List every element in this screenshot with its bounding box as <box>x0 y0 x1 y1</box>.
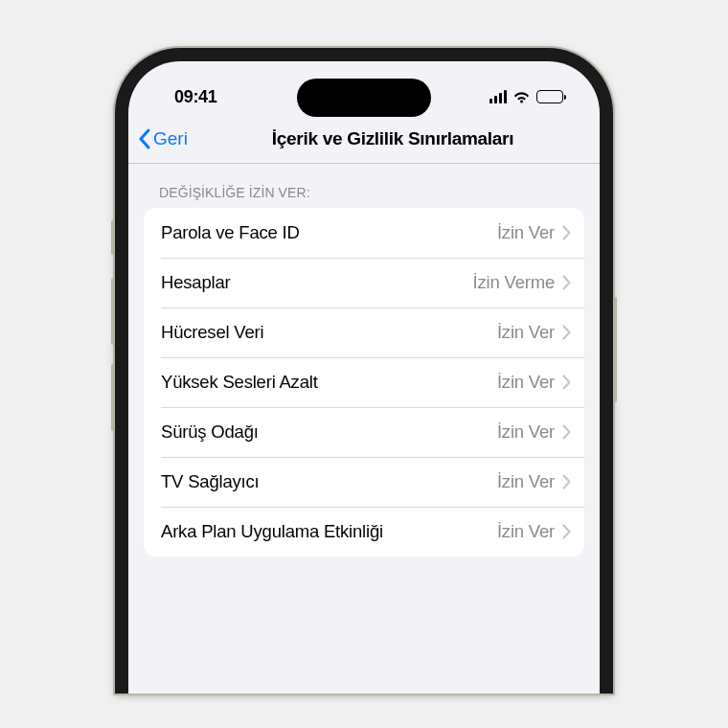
chevron-right-icon <box>562 474 571 489</box>
row-accounts[interactable]: Hesaplar İzin Verme <box>144 258 584 307</box>
volume-down-button <box>111 364 115 431</box>
chevron-right-icon <box>562 375 571 390</box>
row-tv-provider[interactable]: TV Sağlayıcı İzin Ver <box>144 457 584 507</box>
chevron-right-icon <box>562 325 571 340</box>
row-label: Sürüş Odağı <box>161 421 497 443</box>
row-driving-focus[interactable]: Sürüş Odağı İzin Ver <box>144 407 584 457</box>
chevron-right-icon <box>562 225 571 240</box>
row-background-app-activity[interactable]: Arka Plan Uygulama Etkinliği İzin Ver <box>144 507 584 557</box>
row-label: Parola ve Face ID <box>161 222 497 243</box>
row-value: İzin Ver <box>497 222 555 243</box>
back-label: Geri <box>153 128 188 149</box>
settings-list: Parola ve Face ID İzin Ver Hesaplar İzin… <box>144 208 584 557</box>
row-label: Yüksek Sesleri Azalt <box>161 372 497 393</box>
volume-up-button <box>111 278 115 345</box>
row-value: İzin Verme <box>473 272 555 293</box>
mute-switch <box>111 220 115 255</box>
back-button[interactable]: Geri <box>138 128 188 149</box>
navigation-bar: Geri İçerik ve Gizlilik Sınırlamaları <box>128 119 600 164</box>
row-label: Hücresel Veri <box>161 322 497 343</box>
chevron-right-icon <box>562 275 571 290</box>
row-value: İzin Ver <box>497 521 555 542</box>
row-label: Arka Plan Uygulama Etkinliği <box>161 521 497 542</box>
cellular-signal-icon <box>489 90 508 103</box>
chevron-right-icon <box>562 524 571 539</box>
wifi-icon <box>512 90 531 103</box>
power-button <box>613 297 617 402</box>
row-value: İzin Ver <box>497 421 555 443</box>
row-value: İzin Ver <box>497 322 555 343</box>
phone-frame: 09:41 Geri İçerik ve <box>115 48 613 694</box>
row-value: İzin Ver <box>497 471 555 492</box>
row-passcode-faceid[interactable]: Parola ve Face ID İzin Ver <box>144 208 584 258</box>
row-reduce-loud-sounds[interactable]: Yüksek Sesleri Azalt İzin Ver <box>144 357 584 407</box>
status-time: 09:41 <box>174 87 217 107</box>
phone-screen: 09:41 Geri İçerik ve <box>128 61 600 694</box>
chevron-left-icon <box>138 128 151 149</box>
chevron-right-icon <box>562 424 571 440</box>
row-label: Hesaplar <box>161 272 473 293</box>
row-label: TV Sağlayıcı <box>161 471 497 492</box>
battery-icon <box>536 90 563 103</box>
status-icons <box>489 90 564 103</box>
page-title: İçerik ve Gizlilik Sınırlamaları <box>128 128 600 149</box>
dynamic-island <box>297 79 431 117</box>
section-header: DEĞİŞİKLİĞE İZİN VER: <box>128 164 600 208</box>
row-value: İzin Ver <box>497 372 555 393</box>
row-cellular-data[interactable]: Hücresel Veri İzin Ver <box>144 307 584 357</box>
